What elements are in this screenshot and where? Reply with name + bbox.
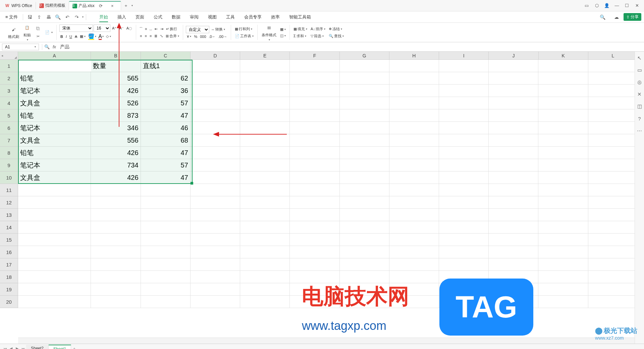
- cell-G4[interactable]: [340, 97, 389, 109]
- cell-L7[interactable]: [588, 134, 638, 147]
- first-sheet-icon[interactable]: ⏮: [2, 346, 8, 349]
- cell-G19[interactable]: [340, 283, 389, 296]
- cell-I13[interactable]: [439, 209, 489, 221]
- cell-H19[interactable]: [389, 283, 439, 296]
- cell-E18[interactable]: [240, 271, 290, 283]
- tab-close-icon[interactable]: ×: [109, 3, 115, 9]
- cell-C18[interactable]: [141, 271, 191, 283]
- cell-E16[interactable]: [240, 246, 290, 258]
- fx-icon[interactable]: fx: [53, 44, 56, 49]
- wrap-text-button[interactable]: ↵ 换行: [165, 26, 178, 32]
- cell-C8[interactable]: 47: [141, 147, 191, 159]
- cell-A18[interactable]: [18, 271, 91, 283]
- row-header-6[interactable]: 6: [0, 122, 18, 134]
- cell-K15[interactable]: [538, 234, 588, 246]
- cell-L16[interactable]: [588, 246, 638, 258]
- cell-B1[interactable]: 数量: [91, 60, 141, 72]
- number-format-select[interactable]: 自定义: [186, 26, 209, 33]
- cell-F5[interactable]: [290, 109, 339, 122]
- cell-H15[interactable]: [389, 234, 439, 246]
- italic-button[interactable]: I: [65, 34, 68, 39]
- cell-H2[interactable]: [389, 72, 439, 85]
- cell-I6[interactable]: [439, 122, 489, 134]
- menu-tab-0[interactable]: 开始: [95, 12, 113, 22]
- cell-A17[interactable]: [18, 258, 91, 271]
- cell-L11[interactable]: [588, 184, 638, 196]
- app-tab-wps[interactable]: WWPS Office: [2, 2, 36, 9]
- cell-J17[interactable]: [489, 258, 538, 271]
- row-header-1[interactable]: 1: [0, 60, 18, 72]
- cell-E19[interactable]: [240, 283, 290, 296]
- cell-K7[interactable]: [538, 134, 588, 147]
- menu-tab-8[interactable]: 会员专享: [239, 12, 266, 22]
- new-tab-button[interactable]: ＋: [123, 3, 129, 9]
- row-header-5[interactable]: 5: [0, 109, 18, 122]
- cell-K17[interactable]: [538, 258, 588, 271]
- cell-F17[interactable]: [290, 258, 339, 271]
- cell-E3[interactable]: [240, 85, 290, 97]
- cell-C7[interactable]: 68: [141, 134, 191, 147]
- decrease-font-button[interactable]: A⁻: [118, 26, 124, 31]
- cell-A1[interactable]: 产品: [18, 60, 91, 72]
- percent-button[interactable]: %: [193, 34, 198, 39]
- border-button[interactable]: ▦▾: [79, 34, 87, 39]
- cell-B3[interactable]: 426: [91, 85, 141, 97]
- row-header-18[interactable]: 18: [0, 271, 18, 283]
- cell-G13[interactable]: [340, 209, 389, 221]
- fill-button[interactable]: ▦ 填充▾: [292, 26, 308, 32]
- comma-button[interactable]: 000: [199, 34, 207, 39]
- cell-J1[interactable]: [489, 60, 538, 72]
- row-header-11[interactable]: 11: [0, 184, 18, 196]
- col-header-H[interactable]: H: [389, 52, 439, 60]
- condfmt-button[interactable]: ▤条件格式▾: [260, 23, 278, 42]
- cloud-icon[interactable]: ☁: [613, 14, 620, 20]
- cell-E13[interactable]: [240, 209, 290, 221]
- cell-F3[interactable]: [290, 85, 339, 97]
- cell-K9[interactable]: [538, 159, 588, 171]
- menu-tab-5[interactable]: 审阅: [185, 12, 203, 22]
- col-header-C[interactable]: C: [141, 52, 191, 60]
- cell-B13[interactable]: [91, 209, 141, 221]
- cell-D3[interactable]: [191, 85, 240, 97]
- cell-K18[interactable]: [538, 271, 588, 283]
- cell-H10[interactable]: [389, 171, 439, 184]
- cell-L6[interactable]: [588, 122, 638, 134]
- formula-input[interactable]: 产品: [58, 43, 644, 51]
- help-icon[interactable]: ?: [637, 115, 643, 121]
- cell-G10[interactable]: [340, 171, 389, 184]
- cell-F13[interactable]: [290, 209, 339, 221]
- zoom-formula-icon[interactable]: 🔍: [43, 43, 51, 51]
- cell-A15[interactable]: [18, 234, 91, 246]
- cell-J7[interactable]: [489, 134, 538, 147]
- row-header-3[interactable]: 3: [0, 85, 18, 97]
- save-icon[interactable]: 🖫: [26, 14, 33, 20]
- cell-D20[interactable]: [191, 296, 240, 308]
- rowcol-button[interactable]: ▦ 行和列▾: [234, 26, 255, 32]
- menu-tab-6[interactable]: 视图: [203, 12, 221, 22]
- cell-B7[interactable]: 556: [91, 134, 141, 147]
- name-box[interactable]: A1▾: [2, 44, 39, 50]
- row-header-2[interactable]: 2: [0, 72, 18, 85]
- convert-button[interactable]: ↔ 转换▾: [210, 26, 226, 33]
- cell-E17[interactable]: [240, 258, 290, 271]
- cell-H4[interactable]: [389, 97, 439, 109]
- cell-D9[interactable]: [191, 159, 240, 171]
- cell-K4[interactable]: [538, 97, 588, 109]
- panel-icon-4[interactable]: ◫: [637, 103, 643, 109]
- cell-D14[interactable]: [191, 221, 240, 234]
- cell-E6[interactable]: [240, 122, 290, 134]
- cell-J20[interactable]: [489, 296, 538, 308]
- cell-J13[interactable]: [489, 209, 538, 221]
- cell-E20[interactable]: [240, 296, 290, 308]
- user-avatar-icon[interactable]: 👤: [604, 3, 610, 9]
- cell-E4[interactable]: [240, 97, 290, 109]
- cell-E7[interactable]: [240, 134, 290, 147]
- find-button[interactable]: 🔍 查找▾: [328, 33, 345, 39]
- cell-H18[interactable]: [389, 271, 439, 283]
- cell-L4[interactable]: [588, 97, 638, 109]
- cell-D11[interactable]: [191, 184, 240, 196]
- cell-G18[interactable]: [340, 271, 389, 283]
- cell-G3[interactable]: [340, 85, 389, 97]
- cell-K10[interactable]: [538, 171, 588, 184]
- col-header-K[interactable]: K: [539, 52, 588, 60]
